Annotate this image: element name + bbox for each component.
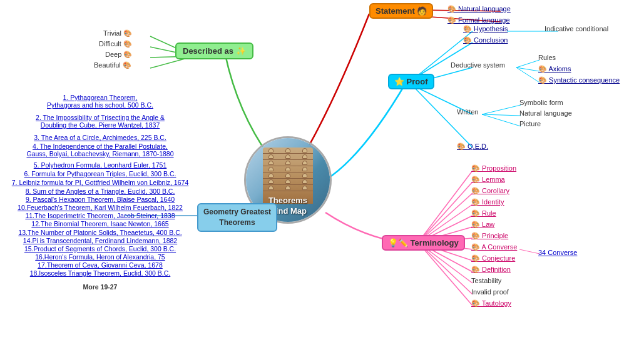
principle-node: 🎨 Principle [471,232,508,240]
geo-item-12: 12.The Binomial Theorem, Isaac Newton, 1… [3,220,197,228]
geo-item-11: 11.The Isoperimetric Theorem, Jacob Stei… [3,212,197,219]
testability-node: Testability [471,277,501,284]
node-terminology: 💡✏️ Terminology [382,235,465,251]
mindmap-container: Theorems Mind Map Statement 🧑 ⭐ Proof 💡✏… [0,0,644,360]
converse-sub-node: 34 Converse [538,249,577,256]
difficult-node: Difficult 🎨 [99,40,132,48]
law-node: 🎨 Law [471,221,494,229]
a-converse-node: 🎨 A Converse [471,243,517,251]
svg-line-7 [414,42,473,78]
corollary-node: 🎨 Corollary [471,187,509,195]
picture-node: Picture [519,120,541,128]
node-geo-greatest: Geometry GreatestTheorems [197,203,277,232]
symbolic-form-node: Symbolic form [519,99,563,106]
node-statement: Statement 🧑 [369,3,433,19]
geo-item-2: 2. The Impossibility of Trisecting the A… [3,114,197,129]
identity-node: 🎨 Identity [471,198,504,206]
geo-item-3: 3. The Area of a Circle, Archimedes, 225… [3,134,197,141]
geo-greatest-label: Geometry GreatestTheorems [203,208,271,227]
geo-item-9: 9. Pascal's Hexagon Theorem, Blaise Pasc… [3,196,197,203]
svg-line-30 [418,242,473,306]
geo-item-16: 16.Heron's Formula, Heron of Alexandria,… [3,253,197,261]
natural-language-node: 🎨 Natural language [447,5,511,13]
svg-line-18 [418,171,473,242]
svg-line-16 [482,114,521,126]
lemma-node: 🎨 Lemma [471,176,505,184]
conjecture-node: 🎨 Conjecture [471,254,515,262]
invalid-proof-node: Invalid proof [471,288,509,296]
geo-item-18: 18.Isosceles Triangle Theorem, Euclid, 3… [3,269,197,277]
written-node: Written [457,108,479,116]
syntactic-consequence-node: 🎨 Syntactic consequence [538,76,620,84]
svg-line-12 [516,68,539,71]
rules-node: Rules [538,54,556,61]
proposition-node: 🎨 Proposition [471,164,516,172]
natural-language-written-node: Natural language [519,109,572,117]
axioms-node: 🎨 Axioms [538,65,571,73]
geo-item-10: 10.Feuerbach's Theorem, Karl Wilhelm Feu… [3,204,197,211]
node-proof: ⭐ Proof [388,74,434,89]
geo-item-5: 5. Polyhedron Formula, Leonhard Euler, 1… [3,161,197,169]
qed-node: 🎨 Q.E.D. [457,142,488,151]
geo-item-17: 17.Theorem of Ceva, Giovanni Ceva, 1678 [3,261,197,269]
proof-label: ⭐ Proof [394,77,428,86]
conclusion-node: 🎨 Conclusion [463,36,508,44]
svg-line-10 [414,88,473,148]
terminology-label: 💡✏️ Terminology [388,238,459,248]
trivial-node: Trivial 🎨 [103,29,132,38]
geo-item-8: 8. Sum of the Angles of a Triangle, Eucl… [3,188,197,195]
svg-line-14 [482,105,521,114]
geo-item-6: 6. Formula for Pythagorean Triples, Eucl… [3,170,197,178]
deductive-system-node: Deductive system [451,61,505,69]
svg-line-13 [516,68,539,82]
described-as-label: Described as ✨ [183,46,246,56]
geo-item-4: 4. The Independence of the Parallel Post… [3,142,197,158]
rule-node: 🎨 Rule [471,209,496,218]
deep-node: Deep 🎨 [105,51,132,59]
svg-line-19 [418,182,473,242]
geo-item-7: 7. Leibniz formula for PI, Gottfried Wil… [3,179,197,186]
node-described-as: Described as ✨ [175,42,253,59]
svg-line-31 [519,249,539,254]
svg-line-11 [516,60,539,68]
geo-item-1: 1. Pythagorean Theorem,Pythagoras and hi… [3,94,197,109]
hypothesis-node: 🎨 Hypothesis [463,25,508,33]
formal-language-node: 🎨 Formal language [447,16,510,24]
statement-label: Statement 🧑 [376,6,427,16]
geo-item-more[interactable]: More 19-27 [3,283,197,291]
indicative-conditional-node: Indicative conditional [544,25,608,32]
geo-item-15: 15.Product of Segments of Chords, Euclid… [3,245,197,252]
tautology-node: 🎨 Tautology [471,299,511,308]
beautiful-node: Beautiful 🎨 [94,61,131,69]
definition-node: 🎨 Definition [471,266,511,274]
geo-item-14: 14.Pi is Transcendental, Ferdinand Linde… [3,237,197,244]
svg-line-15 [482,114,521,116]
geo-item-13: 13.The Number of Platonic Solids, Theaet… [3,229,197,236]
